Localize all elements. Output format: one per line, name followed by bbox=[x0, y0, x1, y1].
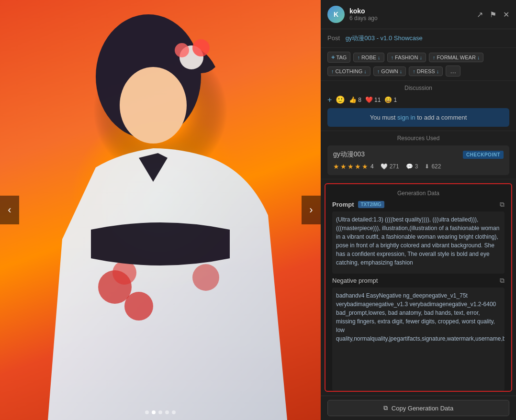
gen-title: Generation Data bbox=[332, 188, 505, 200]
resource-name[interactable]: gy动漫003 bbox=[333, 150, 365, 159]
prompt-header: Prompt TXT2IMG ⧉ bbox=[332, 200, 505, 209]
star-5: ★ bbox=[362, 163, 368, 170]
up-icon: ↑ bbox=[357, 55, 360, 60]
prompt-text: (Ultra detailed:1.3) ((((best quality)))… bbox=[336, 215, 501, 267]
down-icon: ↓ bbox=[437, 68, 439, 74]
figure-svg bbox=[0, 0, 321, 420]
up-icon: ↑ bbox=[391, 55, 394, 60]
sign-in-link[interactable]: sign in bbox=[397, 114, 415, 121]
tag-gown-label: GOWN bbox=[381, 68, 398, 74]
comment-suffix: to add a comment bbox=[417, 114, 467, 121]
up-icon: ↑ bbox=[433, 55, 436, 60]
downloads-stat: ⬇ 622 bbox=[425, 163, 441, 170]
copy-prompt-button[interactable]: ⧉ bbox=[500, 200, 505, 209]
thumbs-up-reaction[interactable]: 👍 8 bbox=[349, 96, 361, 103]
down-icon: ↓ bbox=[477, 55, 480, 60]
star-count: 4 bbox=[370, 163, 374, 170]
checkpoint-badge: CHECKPOINT bbox=[463, 151, 504, 159]
post-header: K koko 6 days ago ↗ ⚑ ✕ bbox=[321, 0, 516, 29]
neg-prompt-label: Negative prompt bbox=[332, 277, 378, 284]
dot-4[interactable] bbox=[165, 410, 169, 414]
add-icon: + bbox=[331, 54, 335, 61]
post-label: Post bbox=[327, 34, 340, 42]
prev-arrow[interactable]: ‹ bbox=[0, 196, 19, 224]
dot-3[interactable] bbox=[158, 410, 162, 414]
svg-point-8 bbox=[124, 292, 153, 321]
svg-point-5 bbox=[175, 43, 189, 57]
tag-formal-wear[interactable]: ↑ FORMAL WEAR ↓ bbox=[429, 53, 484, 62]
tag-dress-label: DRESS bbox=[417, 68, 435, 74]
tags-row: + TAG ↑ ROBE ↓ ↑ FASHION ↓ ↑ FORMAL WEAR… bbox=[327, 52, 509, 63]
likes-count: 271 bbox=[390, 163, 399, 170]
downloads-count: 622 bbox=[431, 163, 441, 170]
down-icon: ↓ bbox=[378, 55, 381, 60]
down-icon: ↓ bbox=[400, 68, 403, 74]
copy-neg-button[interactable]: ⧉ bbox=[500, 276, 505, 285]
next-arrow[interactable]: › bbox=[302, 196, 321, 224]
user-info: K koko 6 days ago bbox=[327, 6, 378, 23]
up-icon: ↑ bbox=[413, 68, 415, 74]
emoji-picker-button[interactable]: 🙂 bbox=[336, 95, 345, 104]
more-tags-button[interactable]: … bbox=[446, 66, 460, 77]
tags-row-2: ↑ CLOTHING ↓ ↑ GOWN ↓ ↑ DRESS ↓ … bbox=[327, 66, 509, 77]
comment-prompt-box: You must sign in to add a comment bbox=[327, 108, 509, 127]
neg-header: Negative prompt ⧉ bbox=[332, 276, 505, 285]
star-3: ★ bbox=[348, 163, 354, 170]
tag-robe[interactable]: ↑ ROBE ↓ bbox=[353, 53, 384, 62]
tags-section: + TAG ↑ ROBE ↓ ↑ FASHION ↓ ↑ FORMAL WEAR… bbox=[321, 48, 516, 81]
prompt-section: Prompt TXT2IMG ⧉ (Ultra detailed:1.3) ((… bbox=[332, 200, 505, 274]
add-reaction-button[interactable]: + bbox=[327, 96, 332, 104]
resource-stats: ★ ★ ★ ★ ★ 4 🤍 271 💬 3 ⬇ 622 bbox=[333, 163, 504, 170]
close-icon[interactable]: ✕ bbox=[503, 10, 509, 19]
dot-indicators bbox=[145, 410, 176, 414]
down-icon: ↓ bbox=[419, 55, 422, 60]
neg-text: badhandv4 EasyNegative ng_deepnegative_v… bbox=[336, 291, 501, 343]
generation-section: Generation Data Prompt TXT2IMG ⧉ (Ultra … bbox=[325, 183, 512, 392]
svg-point-4 bbox=[192, 39, 210, 56]
tag-fashion-label: FASHION bbox=[395, 55, 418, 60]
heart-reaction[interactable]: ❤️ 11 bbox=[365, 96, 381, 103]
user-details: koko 6 days ago bbox=[349, 7, 378, 22]
header-actions: ↗ ⚑ ✕ bbox=[477, 10, 509, 19]
negative-prompt-section: Negative prompt ⧉ badhandv4 EasyNegative… bbox=[332, 276, 505, 391]
share-icon[interactable]: ↗ bbox=[477, 10, 483, 19]
post-link[interactable]: gy动漫003 - v1.0 Showcase bbox=[346, 34, 423, 42]
thumbs-up-count: 8 bbox=[358, 97, 361, 103]
heart-stat-icon: 🤍 bbox=[381, 163, 388, 170]
up-icon: ↑ bbox=[331, 68, 334, 74]
comment-stat-icon: 💬 bbox=[406, 163, 413, 170]
tag-dress[interactable]: ↑ DRESS ↓ bbox=[409, 66, 443, 76]
prompt-text-box[interactable]: (Ultra detailed:1.3) ((((best quality)))… bbox=[332, 211, 505, 274]
discussion-section: Discussion + 🙂 👍 8 ❤️ 11 😄 1 You must si… bbox=[321, 81, 516, 131]
right-panel: K koko 6 days ago ↗ ⚑ ✕ Post gy动漫003 - v… bbox=[321, 0, 516, 420]
image-container: ‹ › bbox=[0, 0, 321, 420]
post-time: 6 days ago bbox=[349, 15, 378, 22]
up-icon: ↑ bbox=[377, 68, 380, 74]
copy-gen-icon: ⧉ bbox=[383, 404, 388, 412]
tag-fashion[interactable]: ↑ FASHION ↓ bbox=[387, 53, 426, 62]
copy-gen-label: Copy Generation Data bbox=[392, 405, 453, 412]
star-4: ★ bbox=[355, 163, 361, 170]
bottom-bar: ⧉ Copy Generation Data bbox=[321, 396, 516, 420]
copy-generation-data-button[interactable]: ⧉ Copy Generation Data bbox=[327, 400, 509, 416]
emoji-row: + 🙂 👍 8 ❤️ 11 😄 1 bbox=[327, 95, 509, 104]
txt2img-badge: TXT2IMG bbox=[358, 201, 384, 208]
laugh-icon: 😄 bbox=[384, 96, 392, 103]
laugh-reaction[interactable]: 😄 1 bbox=[384, 96, 397, 103]
thumbs-up-icon: 👍 bbox=[349, 96, 357, 103]
tag-robe-label: ROBE bbox=[361, 55, 376, 60]
resource-header: gy动漫003 CHECKPOINT bbox=[333, 150, 504, 159]
likes-stat: 🤍 271 bbox=[381, 163, 399, 170]
dot-1[interactable] bbox=[145, 410, 149, 414]
dot-2[interactable] bbox=[152, 410, 156, 414]
tag-clothing[interactable]: ↑ CLOTHING ↓ bbox=[327, 66, 370, 76]
neg-text-box[interactable]: badhandv4 EasyNegative ng_deepnegative_v… bbox=[332, 287, 505, 391]
tag-gown[interactable]: ↑ GOWN ↓ bbox=[373, 66, 406, 76]
dot-5[interactable] bbox=[172, 410, 176, 414]
you-must-text: You must bbox=[370, 114, 397, 121]
username: koko bbox=[349, 7, 378, 15]
tag-formal-wear-label: FORMAL WEAR bbox=[437, 55, 476, 60]
resources-section: Resources Used gy动漫003 CHECKPOINT ★ ★ ★ … bbox=[321, 131, 516, 179]
flag-icon[interactable]: ⚑ bbox=[490, 10, 496, 19]
add-tag-button[interactable]: + TAG bbox=[327, 52, 350, 63]
